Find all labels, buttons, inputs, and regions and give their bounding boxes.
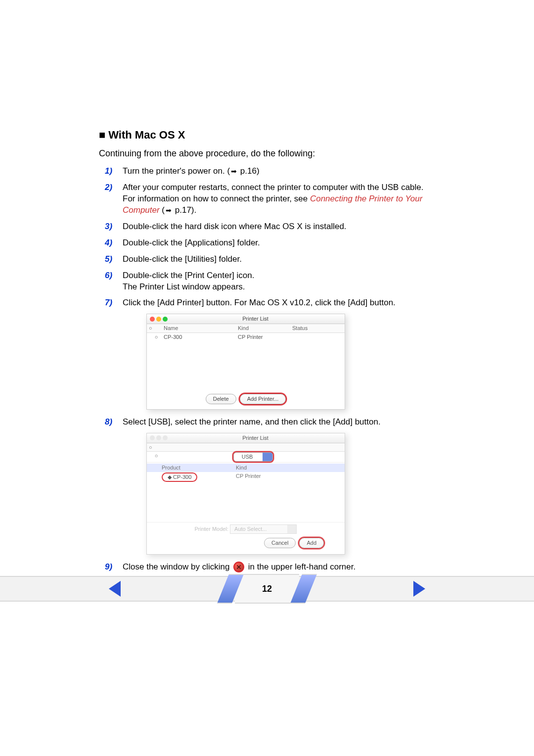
add-printer-button[interactable]: Add Printer... (240, 394, 286, 404)
table-body-blank (147, 482, 345, 522)
step-1: Turn the printer's power on. ( p.16) (99, 166, 435, 177)
zoom-icon[interactable] (163, 435, 168, 440)
table-header: ○ Name Kind Status (147, 324, 345, 333)
close-icon[interactable] (150, 435, 155, 440)
table-row[interactable]: ◆ CP-300 CP Printer (147, 472, 345, 482)
inner-panel: Product Kind ◆ CP-300 CP Printer Printer… (147, 462, 345, 554)
page-ref-icon (230, 166, 238, 177)
step-list: Turn the printer's power on. ( p.16) Aft… (99, 166, 435, 573)
next-page-button[interactable] (413, 581, 425, 597)
col-status: Status (292, 325, 343, 332)
step-9: Close the window by clicking in the uppe… (99, 562, 435, 573)
zoom-icon[interactable] (163, 317, 168, 322)
section-heading: ■With Mac OS X (99, 129, 435, 142)
step-8: Select [USB], select the printer name, a… (99, 417, 435, 555)
model-label: Printer Model: (195, 526, 228, 532)
button-row: Cancel Add (147, 535, 345, 553)
step-3: Double-click the hard disk icon where Ma… (99, 221, 435, 233)
step-6: Double-click the [Print Center] icon. Th… (99, 270, 435, 293)
window-title: Printer List (169, 434, 342, 442)
printer-list-screenshot-2: Printer List ○ ○ USB Produ (146, 433, 345, 555)
table-header: Product Kind (147, 464, 345, 472)
model-value: Auto Select... (234, 526, 267, 532)
col-name: Name (164, 325, 238, 332)
delete-button[interactable]: Delete (206, 394, 236, 404)
cancel-button[interactable]: Cancel (264, 538, 296, 548)
row-kind: CP Printer (236, 472, 295, 482)
heading-bullet: ■ (99, 129, 105, 141)
toolbar-row: ○ (147, 443, 345, 452)
connection-dropdown[interactable]: USB (233, 452, 273, 462)
step-2: After your computer restarts, connect th… (99, 182, 435, 216)
dropdown-value: USB (242, 454, 253, 460)
document-page: ■With Mac OS X Continuing from the above… (0, 0, 534, 756)
row-radio[interactable]: ○ (149, 333, 164, 341)
minimize-icon[interactable] (156, 317, 161, 322)
row-name: CP-300 (164, 333, 238, 341)
col-kind: Kind (236, 464, 295, 472)
chevron-down-icon (287, 525, 296, 533)
table-row[interactable]: ○ CP-300 CP Printer (147, 333, 345, 341)
dropdown-row: ○ USB (147, 452, 345, 462)
row-kind: CP Printer (238, 333, 292, 341)
window-titlebar: Printer List (147, 433, 345, 443)
step-4: Double-click the [Applications] folder. (99, 237, 435, 249)
window-title: Printer List (169, 315, 342, 323)
button-row: Delete Add Printer... (147, 391, 345, 409)
printer-model-row: Printer Model: Auto Select... (147, 522, 345, 535)
table-body-blank (147, 341, 345, 391)
chevron-down-icon (263, 453, 272, 461)
close-icon[interactable] (150, 317, 155, 322)
heading-text: With Mac OS X (108, 129, 185, 141)
page-number: 12 (262, 584, 272, 594)
col-product: Product (162, 464, 236, 472)
intro-text: Continuing from the above procedure, do … (99, 148, 435, 159)
minimize-icon[interactable] (156, 435, 161, 440)
step-5: Double-click the [Utilities] folder. (99, 254, 435, 265)
row-product: ◆ CP-300 (162, 472, 197, 482)
col-kind: Kind (238, 325, 292, 332)
prev-page-button[interactable] (109, 581, 121, 597)
window-titlebar: Printer List (147, 314, 345, 324)
radio-col: ○ (149, 325, 164, 332)
page-number-badge: 12 (235, 574, 299, 604)
add-button[interactable]: Add (299, 538, 324, 548)
model-dropdown[interactable]: Auto Select... (230, 524, 297, 534)
printer-list-screenshot-1: Printer List ○ Name Kind Status ○ CP-300… (146, 314, 345, 409)
page-ref-icon (165, 205, 173, 216)
close-window-icon (233, 562, 244, 572)
page-footer: 12 (0, 575, 534, 603)
step-7: Click the [Add Printer] button. For Mac … (99, 297, 435, 409)
